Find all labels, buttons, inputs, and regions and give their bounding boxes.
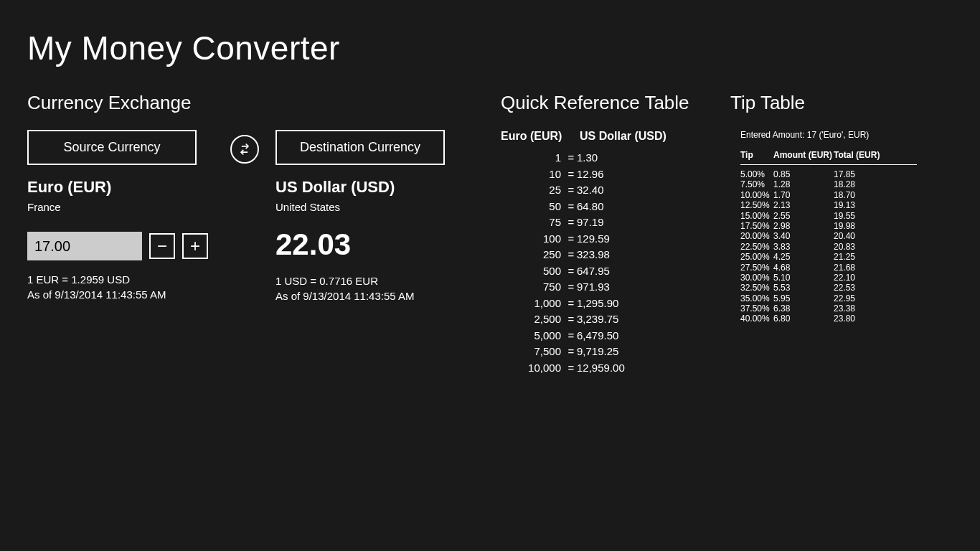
tip-total: 18.28 <box>834 179 884 189</box>
quickref-eur: 750 <box>501 279 565 296</box>
tip-total: 20.83 <box>834 242 884 252</box>
equals-sign: = <box>565 360 577 377</box>
quickref-usd: 6,479.50 <box>577 328 618 344</box>
tip-row: 15.00%2.5519.55 <box>740 211 917 221</box>
quickref-col2-header: US Dollar (USD) <box>580 130 666 143</box>
tip-total: 23.80 <box>834 314 884 324</box>
tip-row: 20.00%3.4020.40 <box>740 231 917 241</box>
quickref-usd: 647.95 <box>577 263 610 280</box>
quickref-eur: 10 <box>501 166 565 183</box>
equals-sign: = <box>565 328 577 344</box>
tip-percent: 15.00% <box>740 211 773 221</box>
quickref-eur: 2,500 <box>501 311 565 328</box>
quickref-eur: 1,000 <box>501 296 565 312</box>
tip-total: 22.10 <box>834 273 884 283</box>
quickref-eur: 25 <box>501 182 565 199</box>
tip-total: 20.40 <box>834 231 884 241</box>
tip-row: 25.00%4.2521.25 <box>740 252 917 262</box>
tip-total: 19.55 <box>834 211 884 221</box>
tip-total: 21.25 <box>834 252 884 262</box>
quickref-row: 5,000=6,479.50 <box>501 328 702 344</box>
quickref-eur: 5,000 <box>501 328 565 344</box>
tip-row: 30.00%5.1022.10 <box>740 273 917 283</box>
quickref-usd: 12,959.00 <box>577 360 625 377</box>
swap-icon <box>237 142 252 156</box>
quickref-usd: 3,239.75 <box>577 311 618 328</box>
equals-sign: = <box>565 215 577 231</box>
tip-total: 22.95 <box>834 293 884 303</box>
amount-input[interactable] <box>27 232 142 260</box>
quickref-eur: 7,500 <box>501 344 565 360</box>
quickref-row: 250=323.98 <box>501 247 702 263</box>
tip-percent: 20.00% <box>740 231 773 241</box>
tip-row: 22.50%3.8320.83 <box>740 242 917 252</box>
quickref-eur: 500 <box>501 263 565 280</box>
tip-section-title: Tip Table <box>730 92 917 114</box>
tip-total: 17.85 <box>834 169 884 179</box>
tip-total: 21.68 <box>834 263 884 273</box>
swap-button[interactable] <box>230 135 259 164</box>
source-currency-button[interactable]: Source Currency <box>27 130 197 165</box>
equals-sign: = <box>565 150 577 166</box>
tip-row: 40.00%6.8023.80 <box>740 314 917 324</box>
equals-sign: = <box>565 231 577 248</box>
tip-percent: 12.50% <box>740 200 773 210</box>
equals-sign: = <box>565 199 577 215</box>
tip-entered-amount: Entered Amount: 17 ('Euro', EUR) <box>740 130 917 140</box>
equals-sign: = <box>565 296 577 312</box>
tip-total: 22.53 <box>834 283 884 293</box>
tip-amount: 5.53 <box>773 283 834 293</box>
equals-sign: = <box>565 247 577 263</box>
converted-amount: 22.03 <box>275 227 462 262</box>
tip-amount: 5.95 <box>773 293 834 303</box>
equals-sign: = <box>565 182 577 199</box>
tip-percent: 7.50% <box>740 179 773 189</box>
equals-sign: = <box>565 263 577 280</box>
quickref-usd: 1,295.90 <box>577 296 618 312</box>
tip-amount: 1.70 <box>773 190 834 200</box>
dest-currency-country: United States <box>275 201 462 213</box>
quickref-row: 75=97.19 <box>501 215 702 231</box>
quickref-row: 10=12.96 <box>501 166 702 183</box>
destination-currency-button[interactable]: Destination Currency <box>275 130 445 165</box>
tip-total: 18.70 <box>834 190 884 200</box>
decrement-button[interactable]: − <box>149 233 175 259</box>
tip-amount: 2.13 <box>773 200 834 210</box>
tip-row: 7.50%1.2818.28 <box>740 179 917 189</box>
tip-amount: 6.38 <box>773 303 834 314</box>
tip-header-tip: Tip <box>740 150 773 160</box>
tip-amount: 2.98 <box>773 221 834 231</box>
tip-percent: 27.50% <box>740 263 773 273</box>
quickref-col1-header: Euro (EUR) <box>501 130 580 143</box>
quickref-row: 7,500=9,719.25 <box>501 344 702 360</box>
quickref-usd: 1.30 <box>577 150 598 166</box>
quickref-eur: 100 <box>501 231 565 248</box>
quickref-eur: 1 <box>501 150 565 166</box>
tip-percent: 37.50% <box>740 303 773 314</box>
tip-row: 17.50%2.9819.98 <box>740 221 917 231</box>
equals-sign: = <box>565 344 577 360</box>
quickref-row: 10,000=12,959.00 <box>501 360 702 377</box>
tip-percent: 17.50% <box>740 221 773 231</box>
quickref-row: 1,000=1,295.90 <box>501 296 702 312</box>
quickref-row: 100=129.59 <box>501 231 702 248</box>
quickref-usd: 971.93 <box>577 279 610 296</box>
tip-amount: 2.55 <box>773 211 834 221</box>
tip-row: 32.50%5.5322.53 <box>740 283 917 293</box>
exchange-section-title: Currency Exchange <box>27 92 472 114</box>
quickref-row: 750=971.93 <box>501 279 702 296</box>
tip-percent: 10.00% <box>740 190 773 200</box>
app-title: My Money Converter <box>27 29 953 67</box>
source-currency-country: France <box>27 201 214 213</box>
dest-rate: 1 USD = 0.7716 EUR <box>275 275 462 287</box>
quickref-row: 500=647.95 <box>501 263 702 280</box>
tip-percent: 32.50% <box>740 283 773 293</box>
tip-amount: 4.25 <box>773 252 834 262</box>
plus-icon: + <box>190 237 200 255</box>
tip-row: 5.00%0.8517.85 <box>740 169 917 179</box>
tip-percent: 22.50% <box>740 242 773 252</box>
tip-amount: 5.10 <box>773 273 834 283</box>
increment-button[interactable]: + <box>182 233 208 259</box>
tip-percent: 30.00% <box>740 273 773 283</box>
dest-asof: As of 9/13/2014 11:43:55 AM <box>275 290 462 302</box>
